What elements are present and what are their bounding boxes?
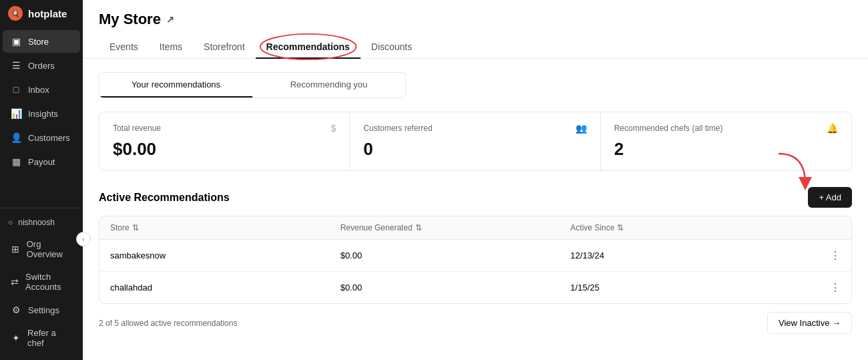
table-row: challahdad $0.00 1/15/25 ⋮	[99, 272, 851, 303]
customers-referred-icon: 👥	[576, 123, 587, 134]
inbox-icon: □	[11, 84, 21, 95]
row2-more-button[interactable]: ⋮	[830, 281, 841, 294]
col-store[interactable]: Store ⇅	[110, 223, 341, 232]
insights-icon: 📊	[11, 108, 21, 119]
table-header: Store ⇅ Revenue Generated ⇅ Active Since…	[99, 216, 851, 240]
sidebar-label-insights: Insights	[28, 109, 58, 119]
user-avatar-icon: ○	[8, 218, 13, 227]
stat-customers-referred: Customers referred 👥 0	[350, 112, 600, 170]
sidebar-label-store: Store	[28, 37, 49, 47]
tab-recommendations[interactable]: Recommendations	[256, 36, 361, 59]
customers-icon: 👤	[11, 132, 21, 143]
sidebar-label-org: Org Overview	[27, 239, 72, 259]
sort-active-icon: ⇅	[617, 223, 624, 232]
page-title: My Store ↗	[99, 11, 852, 28]
app-name: hotplate	[28, 8, 67, 19]
table-row: sambakesnow $0.00 12/13/24 ⋮	[99, 240, 851, 272]
page-header: My Store ↗ Events Items Storefront Recom…	[83, 0, 868, 59]
sidebar-label-orders: Orders	[28, 61, 55, 71]
user-section: ○ nishnoosh	[0, 212, 83, 232]
stat-customers-value: 0	[363, 139, 586, 160]
tab-items[interactable]: Items	[149, 36, 193, 59]
add-recommendation-button[interactable]: + Add	[808, 187, 852, 208]
tab-discounts[interactable]: Discounts	[361, 36, 423, 59]
tab-storefront[interactable]: Storefront	[193, 36, 255, 59]
user-name: nishnoosh	[18, 218, 55, 227]
col-revenue[interactable]: Revenue Generated ⇅	[341, 223, 571, 232]
sidebar-item-switch-accounts[interactable]: ⇄ Switch Accounts	[3, 266, 80, 298]
page-title-text: My Store	[99, 11, 161, 28]
row2-revenue: $0.00	[341, 283, 571, 293]
sidebar-label-refer: Refer a chef	[27, 328, 72, 348]
payout-icon: ▦	[11, 156, 21, 167]
sub-tab-bar: Your recommendations Recommending you	[99, 72, 406, 98]
refer-icon: ✦	[11, 333, 21, 343]
sidebar-item-inbox[interactable]: □ Inbox	[3, 78, 80, 101]
sort-store-icon: ⇅	[132, 223, 139, 232]
stat-chefs-label: Recommended chefs (all time) 🔔	[614, 123, 838, 134]
external-link-icon[interactable]: ↗	[166, 14, 174, 25]
sidebar-nav: ▣ Store ☰ Orders □ Inbox 📊 Insights 👤 Cu…	[0, 27, 83, 208]
sidebar-item-customers[interactable]: 👤 Customers	[3, 126, 80, 149]
sidebar-label-settings: Settings	[28, 305, 59, 315]
recommendations-section: Active Recommendations + Add	[99, 187, 852, 334]
table-footer: 2 of 5 allowed active recommendations Vi…	[99, 304, 852, 334]
sub-tab-recommending-you[interactable]: Recommending you	[252, 73, 405, 98]
add-button-container: + Add	[808, 187, 852, 208]
settings-icon: ⚙	[11, 305, 21, 315]
section-title: Active Recommendations	[99, 192, 230, 204]
section-header: Active Recommendations + Add	[99, 187, 852, 208]
stat-total-revenue: Total revenue $ $0.00	[99, 112, 350, 170]
stats-row: Total revenue $ $0.00 Customers referred…	[99, 112, 852, 171]
stat-customers-label: Customers referred 👥	[363, 123, 586, 134]
tab-bar: Events Items Storefront Recommendations …	[99, 36, 852, 58]
sub-tab-your-recommendations[interactable]: Your recommendations	[99, 73, 252, 98]
sidebar: 🍳 hotplate ▣ Store ☰ Orders □ Inbox 📊 In…	[0, 0, 83, 360]
tab-events[interactable]: Events	[99, 36, 149, 59]
row1-store: sambakesnow	[110, 250, 341, 260]
sidebar-item-insights[interactable]: 📊 Insights	[3, 102, 80, 125]
row1-active-since: 12/13/24	[570, 250, 801, 260]
row1-revenue: $0.00	[341, 250, 571, 260]
sidebar-label-payout: Payout	[28, 157, 55, 167]
stat-revenue-value: $0.00	[113, 139, 336, 160]
revenue-icon: $	[331, 123, 337, 134]
stat-revenue-label: Total revenue $	[113, 123, 336, 134]
switch-icon: ⇄	[11, 277, 19, 287]
sidebar-item-store[interactable]: ▣ Store	[3, 30, 80, 53]
page-content: Your recommendations Recommending you To…	[83, 59, 868, 360]
recommendations-table: Store ⇅ Revenue Generated ⇅ Active Since…	[99, 216, 852, 304]
orders-icon: ☰	[11, 60, 21, 71]
sort-revenue-icon: ⇅	[415, 223, 422, 232]
sidebar-item-payout[interactable]: ▦ Payout	[3, 150, 80, 173]
view-inactive-button[interactable]: View Inactive →	[767, 312, 852, 334]
chefs-icon: 🔔	[827, 123, 838, 134]
footer-count-text: 2 of 5 allowed active recommendations	[99, 319, 237, 328]
sidebar-item-settings[interactable]: ⚙ Settings	[3, 299, 80, 321]
col-actions	[801, 223, 841, 232]
org-icon: ⊞	[11, 244, 20, 254]
app-logo[interactable]: 🍳 hotplate	[0, 0, 83, 27]
row2-store: challahdad	[110, 283, 341, 293]
sidebar-item-org-overview[interactable]: ⊞ Org Overview	[3, 233, 80, 265]
sidebar-label-switch: Switch Accounts	[25, 272, 72, 292]
row1-more-button[interactable]: ⋮	[830, 249, 841, 262]
row2-active-since: 1/15/25	[570, 283, 801, 293]
stat-recommended-chefs: Recommended chefs (all time) 🔔 2	[601, 112, 851, 170]
main-content: My Store ↗ Events Items Storefront Recom…	[83, 0, 868, 360]
sidebar-item-orders[interactable]: ☰ Orders	[3, 54, 80, 77]
sidebar-item-refer-chef[interactable]: ✦ Refer a chef	[3, 322, 80, 354]
logo-icon: 🍳	[8, 6, 23, 21]
col-active-since[interactable]: Active Since ⇅	[570, 223, 801, 232]
sidebar-label-inbox: Inbox	[28, 85, 49, 95]
store-icon: ▣	[11, 36, 21, 47]
sidebar-collapse-button[interactable]: ‹	[76, 232, 91, 246]
sidebar-label-customers: Customers	[28, 133, 70, 143]
sidebar-bottom: ○ nishnoosh ⊞ Org Overview ⇄ Switch Acco…	[0, 208, 83, 360]
stat-chefs-value: 2	[614, 139, 838, 160]
